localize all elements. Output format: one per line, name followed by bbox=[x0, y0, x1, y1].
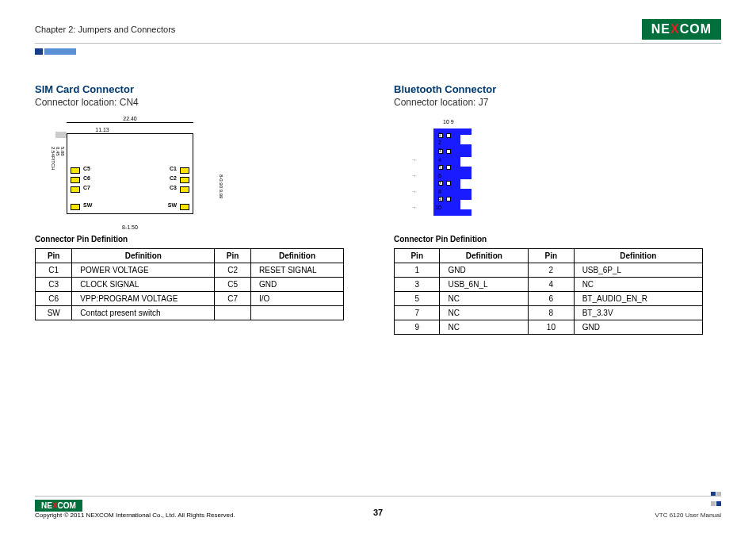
sim-diagram: 22.40 11.13 C5 C6 C7 C1 C2 C3 SW SW 5.08… bbox=[51, 119, 209, 222]
bt-table-title: Connector Pin Definition bbox=[394, 235, 721, 243]
bt-title: Bluetooth Connector bbox=[394, 83, 721, 95]
bt-location: Connector location: J7 bbox=[394, 97, 721, 108]
table-row: 7NC8BT_3.3V bbox=[395, 306, 703, 320]
page-footer: NEXCOM Copyright © 2011 NEXCOM Internati… bbox=[35, 496, 721, 519]
table-row: C1POWER VOLTAGEC2RESET SIGNAL bbox=[36, 263, 344, 278]
page-header: Chapter 2: Jumpers and Connectors NEXCOM bbox=[35, 19, 721, 44]
chapter-title: Chapter 2: Jumpers and Connectors bbox=[35, 25, 175, 34]
sim-pin-table: Pin Definition Pin Definition C1POWER VO… bbox=[35, 248, 344, 320]
table-row: 3USB_6N_L4NC bbox=[395, 278, 703, 292]
table-row: 9NC10GND bbox=[395, 320, 703, 335]
brand-logo: NEXCOM bbox=[642, 19, 721, 40]
bt-pin-table: Pin Definition Pin Definition 1GND2USB_6… bbox=[394, 248, 703, 335]
table-row: 5NC6BT_AUDIO_EN_R bbox=[395, 292, 703, 306]
table-row: 1GND2USB_6P_L bbox=[395, 263, 703, 278]
bt-diagram: 10 9 1 2 3 4 5 6 7 8 9 10 → → bbox=[410, 119, 481, 222]
header-accent bbox=[35, 48, 721, 55]
table-row: C3CLOCK SIGNALC5GND bbox=[36, 278, 344, 292]
sim-title: SIM Card Connector bbox=[35, 83, 362, 95]
table-row: SWContact present switch bbox=[36, 306, 344, 320]
left-column: SIM Card Connector Connector location: C… bbox=[35, 83, 362, 335]
main-content: SIM Card Connector Connector location: C… bbox=[35, 83, 721, 335]
table-row: C6VPP:PROGRAM VOLTAGEC7I/O bbox=[36, 292, 344, 306]
sim-table-title: Connector Pin Definition bbox=[35, 235, 362, 243]
page-number: 37 bbox=[35, 508, 721, 517]
sim-location: Connector location: CN4 bbox=[35, 97, 362, 108]
right-column: Bluetooth Connector Connector location: … bbox=[394, 83, 721, 335]
